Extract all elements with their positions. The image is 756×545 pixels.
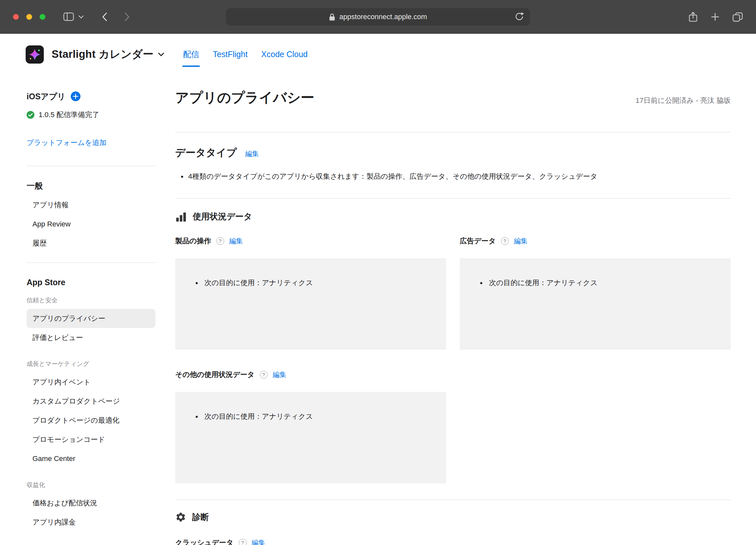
card-label: 広告データ bbox=[460, 236, 496, 246]
sidebar-item-history[interactable]: 履歴 bbox=[27, 234, 155, 253]
edit-link[interactable]: 編集 bbox=[252, 538, 265, 545]
bullet-icon bbox=[480, 278, 483, 289]
new-tab-icon[interactable] bbox=[711, 12, 720, 21]
sidebar-item-product-page-optimization[interactable]: プロダクトページの最適化 bbox=[27, 411, 155, 430]
help-icon[interactable]: ? bbox=[239, 539, 247, 545]
app-header: Starlight カレンダー 配信 TestFlight Xcode Clou… bbox=[0, 34, 756, 75]
usage-card-advertising-data: 広告データ ? 編集 次の目的に使用：アナリティクス bbox=[460, 236, 731, 350]
tab-distribution[interactable]: 配信 bbox=[182, 46, 200, 62]
usage-card-product-interaction: 製品の操作 ? 編集 次の目的に使用：アナリティクス bbox=[175, 236, 446, 350]
sidebar-item-custom-product-pages[interactable]: カスタムプロダクトページ bbox=[27, 392, 155, 411]
sidebar-divider bbox=[27, 262, 155, 263]
help-icon[interactable]: ? bbox=[260, 371, 268, 379]
tab-testflight[interactable]: TestFlight bbox=[212, 47, 248, 62]
app-switcher-chevron-icon[interactable] bbox=[158, 53, 164, 56]
add-platform-link[interactable]: プラットフォームを追加 bbox=[27, 138, 106, 148]
usage-data-heading: 使用状況データ bbox=[193, 211, 252, 222]
status-check-icon bbox=[27, 111, 34, 119]
sidebar: iOSアプリ 1.0.5 配信準備完了 プラットフォームを追加 一般 bbox=[0, 75, 155, 545]
bullet-icon bbox=[181, 171, 184, 183]
sidebar-item-in-app-purchases[interactable]: アプリ内課金 bbox=[27, 513, 155, 532]
main-content: アプリのプライバシー 17日前に公開済み - 亮汰 脇坂 データタイプ 編集 4… bbox=[155, 75, 756, 545]
close-window-button[interactable] bbox=[13, 14, 19, 20]
usage-card-other-usage-data: その他の使用状況データ ? 編集 次の目的に使用：アナリティクス bbox=[175, 370, 446, 483]
sidebar-item-app-privacy[interactable]: アプリのプライバシー bbox=[27, 309, 155, 328]
chevron-down-icon[interactable] bbox=[79, 15, 84, 18]
browser-toolbar: appstoreconnect.apple.com bbox=[0, 0, 756, 34]
sidebar-item-app-review[interactable]: App Review bbox=[27, 214, 155, 234]
bullet-icon bbox=[195, 411, 199, 423]
published-status: 17日前に公開済み - 亮汰 脇坂 bbox=[636, 96, 731, 107]
lock-icon bbox=[329, 13, 335, 21]
tab-xcode-cloud[interactable]: Xcode Cloud bbox=[261, 47, 308, 62]
forward-button[interactable] bbox=[124, 12, 130, 21]
sidebar-item-app-info[interactable]: アプリ情報 bbox=[27, 195, 155, 214]
usage-detail-box: 次の目的に使用：アナリティクス bbox=[175, 258, 446, 350]
edit-link[interactable]: 編集 bbox=[273, 370, 287, 379]
edit-link[interactable]: 編集 bbox=[229, 236, 243, 246]
sidebar-item-promo-codes[interactable]: プロモーションコード bbox=[27, 430, 155, 449]
app-name[interactable]: Starlight カレンダー bbox=[52, 47, 153, 62]
usage-detail-box: 次の目的に使用：アナリティクス bbox=[460, 258, 731, 350]
sidebar-group-trust-safety: 信頼と安全 bbox=[27, 292, 155, 309]
section-divider bbox=[175, 500, 731, 500]
card-label: その他の使用状況データ bbox=[175, 370, 255, 380]
section-divider bbox=[175, 198, 731, 199]
bar-chart-icon bbox=[175, 211, 187, 223]
top-nav: 配信 TestFlight Xcode Cloud bbox=[182, 34, 308, 75]
version-status[interactable]: 1.0.5 配信準備完了 bbox=[27, 110, 155, 120]
page-title: アプリのプライバシー bbox=[175, 89, 314, 107]
address-bar[interactable]: appstoreconnect.apple.com bbox=[226, 8, 530, 26]
sidebar-section-app-store: App Store bbox=[27, 276, 155, 288]
help-icon[interactable]: ? bbox=[216, 237, 224, 245]
app-icon bbox=[26, 45, 44, 64]
minimize-window-button[interactable] bbox=[26, 14, 32, 20]
version-status-label: 1.0.5 配信準備完了 bbox=[39, 110, 99, 120]
section-divider bbox=[175, 132, 731, 132]
back-button[interactable] bbox=[102, 12, 107, 21]
sidebar-group-growth-marketing: 成長とマーケティング bbox=[27, 356, 155, 372]
sidebar-toggle-icon[interactable] bbox=[63, 12, 74, 21]
gear-icon bbox=[175, 512, 186, 523]
card-label: 製品の操作 bbox=[175, 236, 211, 246]
url-text: appstoreconnect.apple.com bbox=[339, 13, 427, 21]
edit-link[interactable]: 編集 bbox=[514, 236, 528, 246]
platform-heading: iOSアプリ bbox=[27, 91, 66, 102]
sidebar-section-general: 一般 bbox=[27, 180, 155, 191]
zoom-window-button[interactable] bbox=[40, 14, 45, 20]
sidebar-item-game-center[interactable]: Game Center bbox=[27, 449, 155, 468]
crash-data-label: クラッシュデータ bbox=[175, 538, 234, 545]
reload-icon[interactable] bbox=[515, 12, 524, 21]
sidebar-divider bbox=[27, 166, 155, 166]
add-platform-plus-icon[interactable] bbox=[71, 91, 80, 101]
traffic-lights bbox=[13, 14, 45, 20]
usage-detail-box: 次の目的に使用：アナリティクス bbox=[175, 392, 446, 483]
diagnostics-heading: 診断 bbox=[192, 512, 209, 523]
data-types-summary: 4種類のデータタイプがこのアプリから収集されます：製品の操作、広告データ、その他… bbox=[175, 171, 731, 183]
help-icon[interactable]: ? bbox=[501, 237, 509, 245]
tab-overview-icon[interactable] bbox=[732, 12, 743, 22]
data-types-heading: データタイプ bbox=[175, 146, 237, 160]
bullet-icon bbox=[195, 278, 199, 289]
browser-window: appstoreconnect.apple.com bbox=[0, 0, 756, 545]
sidebar-group-monetization: 収益化 bbox=[27, 477, 155, 493]
data-types-edit-link[interactable]: 編集 bbox=[245, 149, 259, 158]
sidebar-item-pricing-availability[interactable]: 価格および配信状況 bbox=[27, 493, 155, 513]
sidebar-item-ratings-reviews[interactable]: 評価とレビュー bbox=[27, 328, 155, 347]
sidebar-item-in-app-events[interactable]: アプリ内イベント bbox=[27, 372, 155, 392]
share-icon[interactable] bbox=[688, 11, 698, 22]
